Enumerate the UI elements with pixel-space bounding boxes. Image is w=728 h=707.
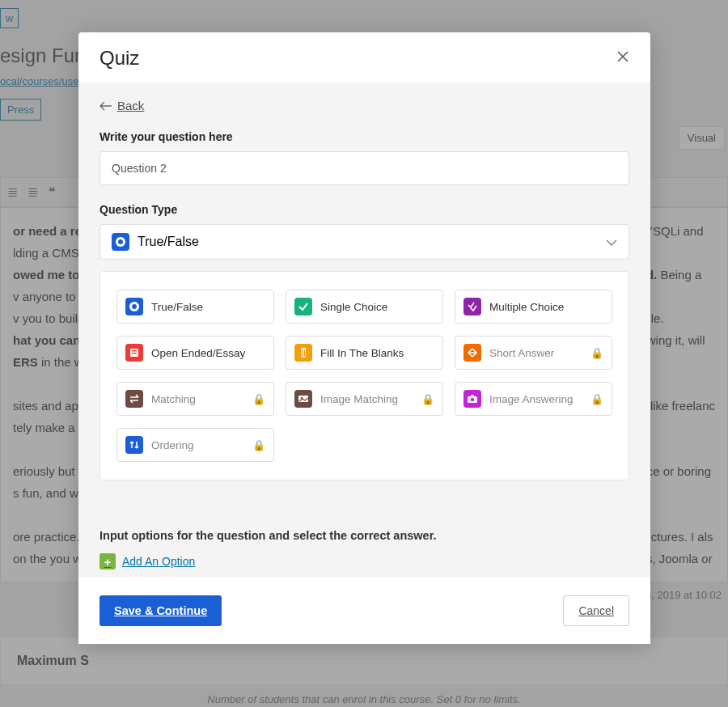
question-type-grid: True/False Single Choice Multiple Choice [99, 271, 629, 481]
lock-icon: 🔒 [252, 393, 265, 405]
type-ordering[interactable]: Ordering 🔒 [116, 428, 274, 462]
type-label: Question Type [99, 203, 629, 216]
type-matching[interactable]: Matching 🔒 [116, 382, 274, 416]
add-option-button[interactable]: + Add An Option [99, 553, 195, 569]
type-label: Ordering [151, 439, 194, 451]
short-answer-icon [463, 344, 481, 362]
check-icon [294, 298, 312, 315]
type-multiple-choice[interactable]: Multiple Choice [455, 290, 612, 324]
quiz-modal: Quiz Back Write your question here Quest… [78, 32, 650, 644]
type-true-false[interactable]: True/False [116, 290, 274, 324]
ordering-icon [125, 436, 143, 454]
svg-rect-14 [471, 395, 474, 397]
type-open-ended[interactable]: Open Ended/Essay [116, 336, 274, 370]
question-input[interactable] [99, 151, 629, 185]
type-single-choice[interactable]: Single Choice [286, 290, 443, 324]
matching-icon [125, 390, 143, 408]
type-label: Matching [151, 393, 196, 405]
lock-icon: 🔒 [590, 347, 603, 359]
question-type-select[interactable]: True/False [99, 224, 629, 260]
type-label: Short Answer [489, 347, 554, 359]
svg-rect-7 [301, 348, 306, 351]
tf-icon [125, 298, 143, 315]
svg-rect-6 [132, 353, 137, 354]
lock-icon: 🔒 [252, 439, 265, 451]
tf-icon [112, 233, 129, 251]
type-label: Fill In The Blanks [320, 347, 404, 359]
back-label: Back [117, 99, 144, 112]
chevron-down-icon [606, 235, 617, 249]
back-button[interactable]: Back [99, 99, 144, 112]
arrow-left-icon [99, 101, 112, 111]
svg-point-3 [132, 304, 137, 309]
svg-rect-10 [304, 349, 305, 356]
save-continue-button[interactable]: Save & Continue [99, 595, 222, 626]
svg-point-1 [118, 239, 123, 244]
options-label: Input options for the question and selec… [99, 529, 629, 542]
type-image-matching[interactable]: Image Matching 🔒 [286, 382, 443, 416]
question-label: Write your question here [99, 130, 629, 143]
add-option-label: Add An Option [122, 555, 195, 568]
multi-check-icon [463, 298, 481, 315]
cancel-button[interactable]: Cancel [563, 595, 629, 626]
essay-icon [125, 344, 143, 362]
camera-icon [463, 390, 481, 408]
type-fill-blanks[interactable]: Fill In The Blanks [286, 336, 443, 370]
modal-title: Quiz [99, 47, 139, 70]
close-icon[interactable] [616, 50, 629, 67]
blanks-icon [294, 344, 312, 362]
plus-icon: + [99, 553, 116, 569]
type-short-answer[interactable]: Short Answer 🔒 [455, 336, 612, 370]
type-image-answering[interactable]: Image Answering 🔒 [455, 382, 612, 416]
lock-icon: 🔒 [421, 393, 434, 405]
type-label: Open Ended/Essay [151, 347, 245, 359]
lock-icon: 🔒 [590, 393, 603, 405]
type-label: Single Choice [320, 301, 387, 313]
type-label: Multiple Choice [489, 301, 564, 313]
type-label: Image Answering [489, 393, 574, 405]
svg-rect-5 [132, 350, 137, 352]
svg-rect-8 [301, 351, 306, 358]
image-matching-icon [294, 390, 312, 408]
svg-rect-9 [302, 349, 303, 356]
svg-point-15 [471, 398, 475, 402]
selected-type-label: True/False [138, 235, 199, 249]
type-label: Image Matching [320, 393, 398, 405]
type-label: True/False [151, 301, 203, 313]
